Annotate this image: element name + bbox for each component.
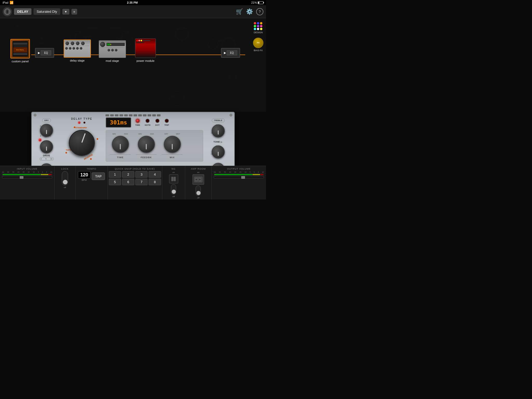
mix-knob-group: DRY WET MIX	[162, 133, 183, 159]
dropdown-btn[interactable]: ▼	[62, 9, 69, 15]
dot-led-label: DOT	[155, 124, 160, 126]
bias-fx-button[interactable]: FX	[253, 38, 263, 48]
amp-room-controls: on off	[192, 171, 204, 199]
header-right: 🛒 ⚙️ ?	[236, 8, 263, 15]
snap-btn-4[interactable]: 4	[149, 171, 161, 178]
power-module-label: power module	[135, 59, 156, 62]
trip-led-btn[interactable]: TRIP	[164, 119, 169, 126]
menu-btn[interactable]: ≡	[71, 9, 77, 15]
lock-off-label: off	[64, 186, 66, 189]
tempo-display-group: 120 BPM	[78, 171, 90, 181]
mix-knob[interactable]	[164, 136, 181, 153]
delay-badge[interactable]: DELAY	[14, 8, 31, 15]
big-dial-knob[interactable]	[69, 130, 95, 156]
feedbk-knob[interactable]	[138, 136, 155, 153]
preset-name[interactable]: Saturated Dly	[34, 8, 60, 15]
ng-icon	[171, 176, 176, 182]
dot-orange	[260, 22, 262, 24]
svg-text:8: 8	[40, 135, 41, 137]
time-led	[136, 119, 140, 123]
note-led	[145, 119, 150, 123]
bias-fx-label: BIAS FX	[254, 49, 263, 52]
status-time: 2:35 PM	[127, 1, 138, 4]
dot-white	[257, 28, 259, 30]
svg-rect-60	[171, 177, 173, 181]
svg-point-49	[97, 138, 98, 140]
note-led-btn[interactable]: NOTE	[145, 119, 150, 126]
feedbk-knob-group: MIN MAX FEEDBK	[136, 133, 157, 159]
time-knob[interactable]	[112, 136, 129, 153]
chain-item-power-module[interactable]: power module	[135, 38, 156, 62]
snap-btn-8[interactable]: 8	[149, 179, 161, 185]
output-meter-green	[214, 174, 252, 175]
trip-led	[165, 119, 169, 123]
time-led-label: TIME	[135, 124, 140, 126]
snap-btn-5[interactable]: 5	[109, 179, 121, 185]
tempo-value: 120	[80, 172, 88, 178]
output-meter-red	[260, 174, 263, 175]
screw-tr	[230, 114, 232, 116]
bias-fx-section: FX BIAS FX	[253, 38, 263, 52]
snap-btn-2[interactable]: 2	[122, 171, 134, 178]
logo-icon	[3, 7, 12, 16]
signal-arrow: →	[242, 53, 245, 57]
mix-knob-label: MIX	[170, 156, 175, 159]
input-level-bar	[2, 174, 52, 176]
svg-point-65	[195, 178, 197, 181]
drive-knob-group: DRIVE 0510	[39, 139, 54, 161]
design-label: DESIGN	[254, 31, 263, 34]
header-toolbar: DELAY Saturated Dly ▼ ≡ 🛒 ⚙️ ?	[0, 5, 266, 18]
cart-icon[interactable]: 🛒	[236, 8, 243, 15]
lock-toggle[interactable]	[62, 171, 68, 185]
tone-knob[interactable]	[212, 145, 225, 158]
input-volume-meter: 0060504030201050510	[1, 171, 53, 178]
drive-knob[interactable]	[40, 140, 53, 153]
design-button[interactable]: DESIGN	[254, 22, 263, 34]
output-thumb[interactable]	[241, 176, 245, 179]
tap-button[interactable]: TAP	[92, 172, 105, 180]
mix-dry-label: DRY	[164, 133, 168, 135]
drive-led	[39, 139, 41, 141]
snap-btn-7[interactable]: 7	[135, 179, 148, 185]
dot-led-btn[interactable]: DOT	[155, 119, 160, 126]
dot-blue	[257, 22, 259, 24]
battery-bar	[258, 1, 263, 4]
device-label: iPad	[3, 1, 8, 4]
snap-buttons-grid: 1 2 3 4 5 6 7 8	[109, 171, 161, 185]
chain-item-eq2[interactable]: ▶ EQ	[221, 48, 240, 58]
ng-controls: on off	[169, 171, 178, 198]
dot-purple	[257, 25, 259, 27]
chain-item-delay-stage[interactable]: delay stage	[64, 39, 91, 62]
output-slider[interactable]	[214, 176, 264, 178]
lock-control: off	[62, 171, 68, 189]
input-thumb[interactable]	[20, 176, 23, 179]
ng-toggle[interactable]	[171, 184, 176, 195]
chain-item-eq1[interactable]: ▶ EQ	[35, 48, 54, 58]
time-led-btn[interactable]: TIME	[135, 119, 140, 126]
dry-scale: DRY	[42, 118, 51, 122]
trip-led-label: TRIP	[164, 124, 169, 126]
treble-knob[interactable]	[212, 124, 225, 137]
settings-icon[interactable]: ⚙️	[246, 8, 253, 15]
chain-item-mod-stage[interactable]: mod stage	[99, 40, 126, 62]
amp-room-toggle[interactable]	[196, 185, 201, 196]
time-display[interactable]: 301ms	[106, 117, 131, 128]
input-slider[interactable]	[2, 176, 52, 178]
chain-item-custom-panel[interactable]: BIAS PEDAL custom panel	[10, 39, 30, 63]
dot-cyan	[254, 28, 256, 30]
snap-btn-6[interactable]: 6	[122, 179, 134, 185]
help-icon[interactable]: ?	[256, 8, 263, 15]
dry-knob[interactable]	[40, 124, 53, 137]
bottom-bar: INPUT VOLUME 0060504030201050510 LOCK of…	[0, 166, 266, 200]
status-bar: iPad 📶 2:35 PM 21%	[0, 0, 266, 5]
input-volume-section: INPUT VOLUME 0060504030201050510	[0, 166, 55, 200]
snap-btn-3[interactable]: 3	[135, 171, 148, 178]
delay-stage-label: delay stage	[64, 59, 91, 62]
svg-point-51	[90, 158, 92, 160]
feedbk-knob-label: FEEDBK	[141, 156, 152, 159]
ng-title: NG	[171, 168, 176, 170]
snap-btn-1[interactable]: 1	[109, 171, 121, 178]
treble-knob-group: TREBLE -12 12 0	[210, 118, 226, 139]
amp-room-off-label: off	[197, 197, 200, 199]
time-divider	[110, 154, 131, 155]
